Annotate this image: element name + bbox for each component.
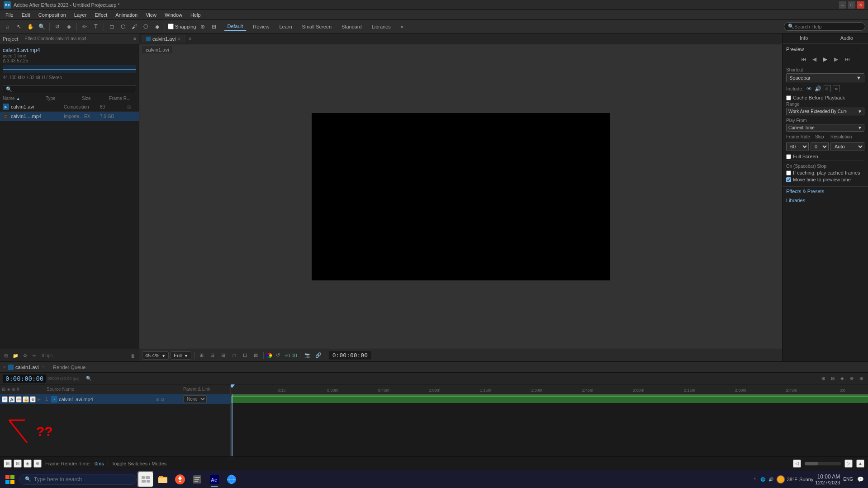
project-filename[interactable]: calvin1.avi.mp4 — [3, 47, 136, 53]
file-row-calvin-avi[interactable]: ▶ calvin1.avi Composition 60 ⊞ — [0, 102, 139, 112]
start-button[interactable] — [2, 471, 18, 488]
search-input[interactable] — [794, 24, 858, 29]
menu-file[interactable]: File — [2, 11, 17, 19]
move-time-checkbox[interactable] — [786, 177, 791, 182]
layer-motion-blur-btn[interactable]: ⊕ — [30, 396, 36, 403]
preview-collapse-icon[interactable]: − — [862, 47, 864, 52]
draft-btn[interactable]: ⊞ — [857, 374, 865, 383]
menu-animation[interactable]: Animation — [112, 11, 141, 19]
rotate-tool-button[interactable]: ↺ — [52, 22, 62, 32]
right-tab-info[interactable]: Info — [783, 33, 825, 43]
taskbar-app-browser[interactable] — [223, 471, 240, 488]
camera-tool-button[interactable]: ◈ — [64, 22, 74, 32]
text-tool-button[interactable]: T — [91, 22, 101, 32]
scroll-left-btn[interactable]: ◁ — [793, 460, 801, 468]
mountain-icon[interactable]: ▲ — [856, 460, 864, 468]
audio-include-icon[interactable]: 🔊 — [815, 85, 822, 92]
taskbar-search-input[interactable] — [34, 476, 124, 483]
workspace-learn[interactable]: Learn — [275, 23, 295, 30]
timeline-tab-close-icon[interactable]: ✕ — [3, 365, 6, 370]
motion-blur-btn[interactable]: ⊕ — [848, 374, 856, 383]
workspace-small-screen[interactable]: Small Screen — [299, 23, 335, 30]
right-tab-audio[interactable]: Audio — [825, 33, 868, 43]
layer-visibility-btn[interactable]: 👁 — [2, 396, 8, 403]
grid-overlay-button[interactable]: ⊞ — [219, 351, 228, 360]
comp-tab-close-icon[interactable]: ✕ — [177, 37, 181, 41]
aspect-ratio-button[interactable]: ⊟ — [208, 351, 217, 360]
weather-widget[interactable]: 38°F Sunny — [776, 475, 814, 484]
tray-expand-icon[interactable]: ^ — [752, 476, 758, 483]
taskbar-app-ae[interactable]: Ae — [206, 471, 223, 488]
safe-zones-button[interactable]: □ — [230, 351, 239, 360]
show-snapshot-button[interactable]: 🔗 — [314, 351, 323, 360]
render-queue-label[interactable]: Render Queue — [53, 365, 85, 370]
volume-icon[interactable]: 🔊 — [768, 476, 774, 483]
skip-select[interactable]: 0 1 2 — [811, 142, 829, 151]
network-icon[interactable]: 🌐 — [760, 476, 766, 483]
project-search-input[interactable] — [3, 85, 136, 93]
menu-effect[interactable]: Effect — [91, 11, 111, 19]
overlay-include-icon[interactable]: ⊞ — [824, 85, 831, 92]
snapshot-button[interactable]: 📷 — [303, 351, 312, 360]
cache-checkbox[interactable] — [786, 95, 791, 100]
guides-button[interactable]: ⊠ — [251, 351, 261, 360]
menu-edit[interactable]: Edit — [18, 11, 34, 19]
layer-solo-btn[interactable]: ◎ — [16, 396, 22, 403]
taskbar-app-brave[interactable] — [172, 471, 188, 488]
shortcut-dropdown[interactable]: Spacebar ▼ — [786, 73, 864, 82]
folder-button[interactable]: 📁 — [11, 352, 19, 360]
status-icon-2[interactable]: ⊟ — [14, 460, 22, 468]
pen-tool-button[interactable]: ✏ — [80, 22, 90, 32]
close-button[interactable]: ✕ — [857, 1, 864, 9]
layer-motion-btn[interactable]: ⊡ — [161, 397, 164, 402]
scroll-right-btn[interactable]: ▷ — [844, 460, 853, 468]
language-badge[interactable]: ENG — [842, 476, 854, 482]
layer-fx-switches-btn[interactable]: ⊞ — [156, 397, 160, 402]
brush-tool-button[interactable]: 🖌 — [129, 22, 139, 32]
taskbar-app-explorer[interactable] — [155, 471, 171, 488]
video-include-icon[interactable]: 👁 — [806, 85, 813, 92]
frame-rate-select[interactable]: 60 30 24 — [786, 142, 809, 151]
maximize-button[interactable]: □ — [848, 1, 855, 9]
search-project-button[interactable]: ✏ — [30, 352, 38, 360]
settings-button[interactable]: ⚙ — [21, 352, 29, 360]
workspace-standard[interactable]: Standard — [338, 23, 365, 30]
shape-tool-button[interactable]: ◻ — [107, 22, 117, 32]
new-composition-button[interactable]: ⊞ — [2, 352, 10, 360]
solo-btn[interactable]: ◈ — [838, 374, 846, 383]
fill-tool-button[interactable]: ⬡ — [118, 22, 128, 32]
viewer-timecode[interactable]: 0:00:00:00 — [329, 351, 371, 360]
menu-help[interactable]: Help — [187, 11, 204, 19]
workspace-default[interactable]: Default — [224, 23, 247, 31]
taskbar-search-area[interactable]: 🔍 — [19, 474, 137, 485]
timeline-tab-close[interactable]: ✕ calvin1.avi ≡ — [3, 365, 45, 370]
task-view-button[interactable] — [138, 471, 154, 488]
comp-mini-btn[interactable]: ⊞ — [819, 374, 827, 383]
layer-row-1[interactable]: 👁 🔊 ◎ 🔒 ⊕ ▶ 1 ▪ calvin1.avi.mp4 ⊞ ⊡ — [0, 394, 230, 404]
skip-first-button[interactable]: ⏮ — [799, 55, 808, 64]
snapping-checkbox[interactable] — [168, 24, 174, 29]
reset-exposure-button[interactable]: ↺ — [274, 351, 283, 360]
zoom-tool-button[interactable]: 🔍 — [37, 22, 47, 32]
status-icon-4[interactable]: ⊕ — [33, 460, 42, 468]
timeline-search-button[interactable]: 🔍 — [85, 374, 93, 383]
panel-menu-icon[interactable]: ≡ — [133, 36, 136, 41]
skip-last-button[interactable]: ⏭ — [843, 55, 852, 64]
color-picker[interactable] — [266, 353, 272, 358]
resolution-select[interactable]: Auto Full Half — [830, 142, 864, 151]
status-icon-3[interactable]: ◈ — [24, 460, 32, 468]
effects-include-icon[interactable]: fx — [833, 85, 840, 92]
menu-window[interactable]: Window — [161, 11, 186, 19]
timeline-tab-menu[interactable]: ≡ — [42, 365, 45, 370]
minimize-button[interactable]: ─ — [839, 1, 846, 9]
zoom-control[interactable]: 45.4% ▼ — [142, 351, 169, 360]
zoom-slider[interactable] — [805, 462, 841, 465]
home-tool-button[interactable]: ⌂ — [3, 22, 13, 32]
frame-btn[interactable]: ⊟ — [829, 374, 837, 383]
play-button[interactable]: ▶ — [821, 55, 830, 64]
play-from-dropdown[interactable]: Current Time ▼ — [786, 124, 864, 132]
workspace-libraries[interactable]: Libraries — [368, 23, 394, 30]
taskbar-app-files[interactable] — [189, 471, 205, 488]
viewer-tab-label[interactable]: calvin1.avi — [142, 46, 172, 53]
effects-presets-link[interactable]: Effects & Presets — [783, 187, 868, 196]
